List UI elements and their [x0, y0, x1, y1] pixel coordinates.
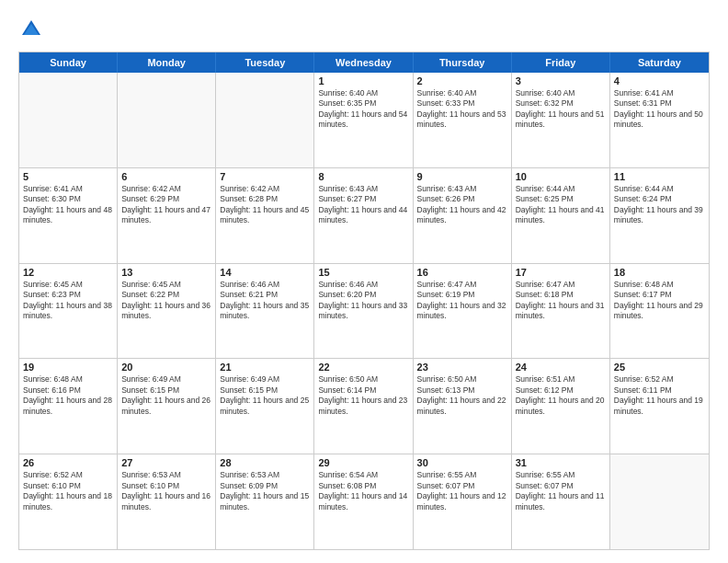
calendar-cell: 19Sunrise: 6:48 AM Sunset: 6:16 PM Dayli…	[19, 359, 118, 454]
day-number: 17	[516, 267, 606, 278]
cell-info: Sunrise: 6:49 AM Sunset: 6:15 PM Dayligh…	[121, 374, 211, 417]
day-number: 8	[318, 171, 408, 182]
calendar-cell: 3Sunrise: 6:40 AM Sunset: 6:32 PM Daylig…	[512, 73, 610, 167]
cell-info: Sunrise: 6:44 AM Sunset: 6:25 PM Dayligh…	[516, 184, 606, 226]
weekday-header: Sunday	[19, 52, 118, 73]
calendar-cell: 30Sunrise: 6:55 AM Sunset: 6:07 PM Dayli…	[414, 454, 512, 549]
weekday-header: Wednesday	[314, 52, 413, 73]
calendar-cell: 17Sunrise: 6:47 AM Sunset: 6:18 PM Dayli…	[512, 264, 610, 359]
cell-info: Sunrise: 6:45 AM Sunset: 6:23 PM Dayligh…	[23, 280, 113, 322]
calendar-row: 1Sunrise: 6:40 AM Sunset: 6:35 PM Daylig…	[19, 73, 709, 167]
cell-info: Sunrise: 6:41 AM Sunset: 6:30 PM Dayligh…	[23, 184, 113, 226]
cell-info: Sunrise: 6:55 AM Sunset: 6:07 PM Dayligh…	[417, 470, 507, 512]
day-number: 15	[318, 267, 408, 278]
weekday-header: Friday	[512, 52, 610, 73]
day-number: 29	[318, 457, 408, 468]
day-number: 31	[516, 457, 606, 468]
calendar-cell: 2Sunrise: 6:40 AM Sunset: 6:33 PM Daylig…	[414, 73, 512, 167]
cell-info: Sunrise: 6:43 AM Sunset: 6:26 PM Dayligh…	[417, 184, 507, 226]
cell-info: Sunrise: 6:44 AM Sunset: 6:24 PM Dayligh…	[614, 184, 705, 226]
calendar-body: 1Sunrise: 6:40 AM Sunset: 6:35 PM Daylig…	[19, 73, 709, 549]
day-number: 7	[220, 171, 310, 182]
day-number: 24	[516, 362, 606, 373]
cell-info: Sunrise: 6:46 AM Sunset: 6:20 PM Dayligh…	[318, 280, 408, 322]
calendar-cell: 27Sunrise: 6:53 AM Sunset: 6:10 PM Dayli…	[118, 454, 216, 549]
cell-info: Sunrise: 6:47 AM Sunset: 6:19 PM Dayligh…	[417, 280, 507, 322]
calendar-cell: 15Sunrise: 6:46 AM Sunset: 6:20 PM Dayli…	[314, 264, 413, 359]
day-number: 9	[417, 171, 507, 182]
cell-info: Sunrise: 6:50 AM Sunset: 6:14 PM Dayligh…	[318, 374, 408, 417]
cell-info: Sunrise: 6:47 AM Sunset: 6:18 PM Dayligh…	[516, 280, 606, 322]
calendar-cell	[610, 454, 709, 549]
calendar-cell: 4Sunrise: 6:41 AM Sunset: 6:31 PM Daylig…	[610, 73, 709, 167]
day-number: 28	[220, 457, 310, 468]
cell-info: Sunrise: 6:42 AM Sunset: 6:28 PM Dayligh…	[220, 184, 310, 226]
calendar-cell	[19, 73, 118, 167]
cell-info: Sunrise: 6:43 AM Sunset: 6:27 PM Dayligh…	[318, 184, 408, 226]
cell-info: Sunrise: 6:50 AM Sunset: 6:13 PM Dayligh…	[417, 374, 507, 417]
cell-info: Sunrise: 6:55 AM Sunset: 6:07 PM Dayligh…	[516, 470, 606, 512]
calendar-cell: 1Sunrise: 6:40 AM Sunset: 6:35 PM Daylig…	[314, 73, 413, 167]
day-number: 30	[417, 457, 507, 468]
calendar-cell: 26Sunrise: 6:52 AM Sunset: 6:10 PM Dayli…	[19, 454, 118, 549]
cell-info: Sunrise: 6:49 AM Sunset: 6:15 PM Dayligh…	[220, 374, 310, 417]
calendar-row: 5Sunrise: 6:41 AM Sunset: 6:30 PM Daylig…	[19, 167, 709, 263]
calendar-cell: 22Sunrise: 6:50 AM Sunset: 6:14 PM Dayli…	[314, 359, 413, 454]
calendar-cell: 18Sunrise: 6:48 AM Sunset: 6:17 PM Dayli…	[610, 264, 709, 359]
day-number: 5	[23, 171, 113, 182]
day-number: 27	[121, 457, 211, 468]
calendar-cell: 24Sunrise: 6:51 AM Sunset: 6:12 PM Dayli…	[512, 359, 610, 454]
cell-info: Sunrise: 6:40 AM Sunset: 6:33 PM Dayligh…	[417, 88, 507, 131]
day-number: 2	[417, 75, 507, 86]
day-number: 26	[23, 457, 113, 468]
weekday-header: Saturday	[610, 52, 709, 73]
calendar-cell: 21Sunrise: 6:49 AM Sunset: 6:15 PM Dayli…	[216, 359, 314, 454]
calendar-cell	[118, 73, 216, 167]
cell-info: Sunrise: 6:45 AM Sunset: 6:22 PM Dayligh…	[121, 280, 211, 322]
cell-info: Sunrise: 6:53 AM Sunset: 6:09 PM Dayligh…	[220, 470, 310, 512]
day-number: 11	[614, 171, 705, 182]
day-number: 25	[614, 362, 705, 373]
day-number: 18	[614, 267, 705, 278]
calendar-cell: 7Sunrise: 6:42 AM Sunset: 6:28 PM Daylig…	[216, 168, 314, 263]
calendar-cell: 12Sunrise: 6:45 AM Sunset: 6:23 PM Dayli…	[19, 264, 118, 359]
day-number: 4	[614, 75, 705, 86]
calendar-cell: 10Sunrise: 6:44 AM Sunset: 6:25 PM Dayli…	[512, 168, 610, 263]
calendar-cell: 13Sunrise: 6:45 AM Sunset: 6:22 PM Dayli…	[118, 264, 216, 359]
logo	[18, 17, 48, 42]
cell-info: Sunrise: 6:52 AM Sunset: 6:11 PM Dayligh…	[614, 374, 705, 417]
calendar: SundayMondayTuesdayWednesdayThursdayFrid…	[18, 52, 710, 550]
day-number: 6	[121, 171, 211, 182]
day-number: 10	[516, 171, 606, 182]
cell-info: Sunrise: 6:48 AM Sunset: 6:16 PM Dayligh…	[23, 374, 113, 417]
day-number: 22	[318, 362, 408, 373]
calendar-cell: 20Sunrise: 6:49 AM Sunset: 6:15 PM Dayli…	[118, 359, 216, 454]
calendar-cell: 31Sunrise: 6:55 AM Sunset: 6:07 PM Dayli…	[512, 454, 610, 549]
calendar-cell: 28Sunrise: 6:53 AM Sunset: 6:09 PM Dayli…	[216, 454, 314, 549]
header	[18, 17, 710, 42]
day-number: 14	[220, 267, 310, 278]
calendar-cell: 5Sunrise: 6:41 AM Sunset: 6:30 PM Daylig…	[19, 168, 118, 263]
page: SundayMondayTuesdayWednesdayThursdayFrid…	[0, 0, 728, 563]
calendar-cell: 23Sunrise: 6:50 AM Sunset: 6:13 PM Dayli…	[414, 359, 512, 454]
cell-info: Sunrise: 6:52 AM Sunset: 6:10 PM Dayligh…	[23, 470, 113, 512]
calendar-row: 12Sunrise: 6:45 AM Sunset: 6:23 PM Dayli…	[19, 263, 709, 359]
cell-info: Sunrise: 6:42 AM Sunset: 6:29 PM Dayligh…	[121, 184, 211, 226]
cell-info: Sunrise: 6:48 AM Sunset: 6:17 PM Dayligh…	[614, 280, 705, 322]
day-number: 16	[417, 267, 507, 278]
weekday-header: Tuesday	[216, 52, 314, 73]
calendar-row: 19Sunrise: 6:48 AM Sunset: 6:16 PM Dayli…	[19, 358, 709, 454]
day-number: 12	[23, 267, 113, 278]
calendar-cell: 25Sunrise: 6:52 AM Sunset: 6:11 PM Dayli…	[610, 359, 709, 454]
weekday-header: Monday	[118, 52, 216, 73]
cell-info: Sunrise: 6:41 AM Sunset: 6:31 PM Dayligh…	[614, 88, 705, 131]
cell-info: Sunrise: 6:51 AM Sunset: 6:12 PM Dayligh…	[516, 374, 606, 417]
day-number: 13	[121, 267, 211, 278]
calendar-cell	[216, 73, 314, 167]
cell-info: Sunrise: 6:54 AM Sunset: 6:08 PM Dayligh…	[318, 470, 408, 512]
calendar-cell: 16Sunrise: 6:47 AM Sunset: 6:19 PM Dayli…	[414, 264, 512, 359]
logo-icon	[18, 17, 44, 42]
day-number: 3	[516, 75, 606, 86]
calendar-cell: 9Sunrise: 6:43 AM Sunset: 6:26 PM Daylig…	[414, 168, 512, 263]
day-number: 20	[121, 362, 211, 373]
